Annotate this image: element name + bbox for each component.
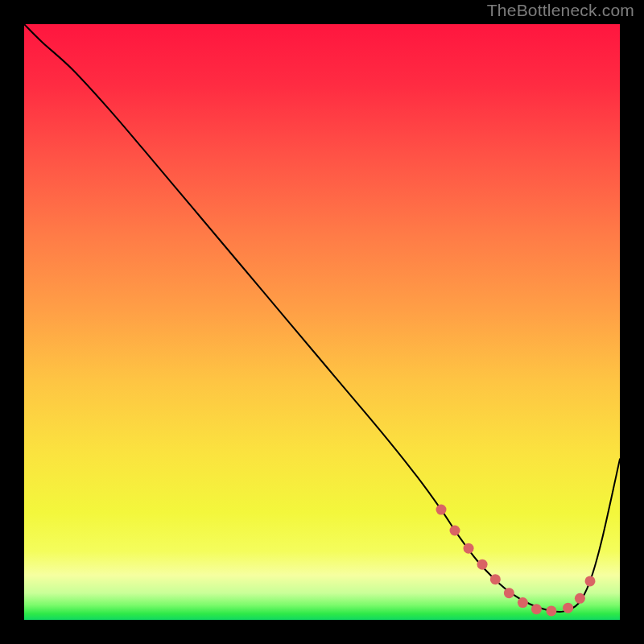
optimal-range-dots [24,24,620,620]
optimal-dot [477,559,488,570]
optimal-dot [504,588,514,598]
optimal-dot [563,603,573,613]
optimal-dot [490,574,501,584]
chart-frame: TheBottleneck.com [0,0,644,644]
optimal-dot [518,597,528,608]
optimal-dot [585,576,596,586]
optimal-dot [464,543,474,554]
plot-area [24,24,620,620]
optimal-dot [546,605,556,616]
optimal-dot [450,526,460,536]
optimal-dot [436,505,447,515]
optimal-dot [575,593,585,604]
optimal-dot [531,604,542,614]
watermark-text: TheBottleneck.com [487,1,634,20]
